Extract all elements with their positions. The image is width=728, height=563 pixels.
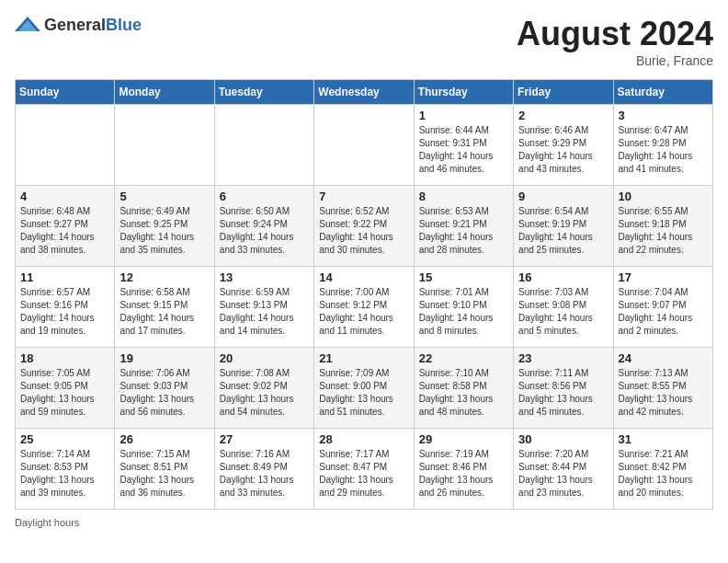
day-info: Sunrise: 6:44 AMSunset: 9:31 PMDaylight:… [419, 124, 508, 176]
calendar-cell: 31Sunrise: 7:21 AMSunset: 8:42 PMDayligh… [613, 429, 712, 510]
day-info: Sunrise: 7:01 AMSunset: 9:10 PMDaylight:… [419, 286, 508, 338]
calendar-cell: 1Sunrise: 6:44 AMSunset: 9:31 PMDaylight… [414, 105, 513, 186]
day-number: 26 [119, 432, 209, 446]
day-number: 13 [220, 270, 309, 284]
day-number: 6 [220, 190, 309, 203]
calendar-cell: 19Sunrise: 7:06 AMSunset: 9:03 PMDayligh… [115, 348, 214, 429]
day-info: Sunrise: 6:57 AMSunset: 9:16 PMDaylight:… [20, 286, 109, 338]
day-number: 22 [419, 351, 508, 365]
calendar-cell: 12Sunrise: 6:58 AMSunset: 9:15 PMDayligh… [115, 267, 214, 348]
calendar-cell [314, 105, 414, 186]
calendar-cell: 29Sunrise: 7:19 AMSunset: 8:46 PMDayligh… [414, 429, 513, 510]
day-info: Sunrise: 7:14 AMSunset: 8:53 PMDaylight:… [20, 448, 109, 500]
day-info: Sunrise: 6:49 AMSunset: 9:25 PMDaylight:… [119, 205, 209, 257]
day-number: 10 [619, 190, 708, 203]
logo-blue: Blue [106, 16, 142, 34]
calendar-cell: 21Sunrise: 7:09 AMSunset: 9:00 PMDayligh… [314, 348, 414, 429]
day-number: 11 [20, 270, 109, 284]
day-info: Sunrise: 7:21 AMSunset: 8:42 PMDaylight:… [619, 448, 708, 500]
day-number: 12 [119, 270, 209, 284]
page-header: GeneralBlue August 2024 Burie, France [15, 15, 713, 68]
location-label: Burie, France [517, 53, 713, 68]
day-info: Sunrise: 6:50 AMSunset: 9:24 PMDaylight:… [220, 205, 309, 257]
day-info: Sunrise: 7:13 AMSunset: 8:55 PMDaylight:… [619, 367, 708, 419]
day-number: 20 [220, 351, 309, 365]
calendar-cell: 20Sunrise: 7:08 AMSunset: 9:02 PMDayligh… [214, 348, 313, 429]
day-number: 29 [419, 432, 508, 446]
day-number: 1 [419, 109, 508, 122]
day-number: 24 [619, 351, 708, 365]
day-number: 21 [319, 351, 408, 365]
day-info: Sunrise: 7:17 AMSunset: 8:47 PMDaylight:… [319, 448, 408, 500]
day-info: Sunrise: 7:04 AMSunset: 9:07 PMDaylight:… [619, 286, 708, 338]
calendar-cell: 28Sunrise: 7:17 AMSunset: 8:47 PMDayligh… [314, 429, 414, 510]
calendar-cell: 2Sunrise: 6:46 AMSunset: 9:29 PMDaylight… [514, 105, 613, 186]
day-info: Sunrise: 7:15 AMSunset: 8:51 PMDaylight:… [119, 448, 209, 500]
day-number: 3 [619, 109, 708, 122]
day-info: Sunrise: 6:47 AMSunset: 9:28 PMDaylight:… [619, 124, 708, 176]
calendar-table: SundayMondayTuesdayWednesdayThursdayFrid… [15, 79, 713, 510]
day-of-week-header: Monday [115, 80, 214, 105]
calendar-cell: 5Sunrise: 6:49 AMSunset: 9:25 PMDaylight… [115, 186, 214, 267]
day-info: Sunrise: 6:55 AMSunset: 9:18 PMDaylight:… [619, 205, 708, 257]
day-number: 19 [119, 351, 209, 365]
day-number: 16 [518, 270, 608, 284]
calendar-cell: 18Sunrise: 7:05 AMSunset: 9:05 PMDayligh… [16, 348, 115, 429]
footer: Daylight hours [15, 517, 713, 528]
day-info: Sunrise: 7:06 AMSunset: 9:03 PMDaylight:… [119, 367, 209, 419]
calendar-cell: 9Sunrise: 6:54 AMSunset: 9:19 PMDaylight… [514, 186, 613, 267]
calendar-cell: 17Sunrise: 7:04 AMSunset: 9:07 PMDayligh… [613, 267, 712, 348]
calendar-cell: 24Sunrise: 7:13 AMSunset: 8:55 PMDayligh… [613, 348, 712, 429]
day-of-week-header: Tuesday [214, 80, 313, 105]
day-info: Sunrise: 6:52 AMSunset: 9:22 PMDaylight:… [319, 205, 408, 257]
calendar-cell: 4Sunrise: 6:48 AMSunset: 9:27 PMDaylight… [16, 186, 115, 267]
day-number: 7 [319, 190, 408, 203]
title-block: August 2024 Burie, France [517, 15, 713, 68]
day-info: Sunrise: 7:20 AMSunset: 8:44 PMDaylight:… [518, 448, 608, 500]
day-number: 30 [518, 432, 608, 446]
day-number: 8 [419, 190, 508, 203]
day-number: 28 [319, 432, 408, 446]
calendar-cell: 7Sunrise: 6:52 AMSunset: 9:22 PMDaylight… [314, 186, 414, 267]
day-number: 27 [220, 432, 309, 446]
day-number: 17 [619, 270, 708, 284]
calendar-cell: 22Sunrise: 7:10 AMSunset: 8:58 PMDayligh… [414, 348, 513, 429]
day-info: Sunrise: 7:09 AMSunset: 9:00 PMDaylight:… [319, 367, 408, 419]
day-info: Sunrise: 6:53 AMSunset: 9:21 PMDaylight:… [419, 205, 508, 257]
day-info: Sunrise: 7:08 AMSunset: 9:02 PMDaylight:… [220, 367, 309, 419]
day-number: 25 [20, 432, 109, 446]
day-info: Sunrise: 6:46 AMSunset: 9:29 PMDaylight:… [518, 124, 608, 176]
day-number: 2 [518, 109, 608, 122]
day-number: 5 [119, 190, 209, 203]
day-number: 4 [20, 190, 109, 203]
calendar-cell: 25Sunrise: 7:14 AMSunset: 8:53 PMDayligh… [16, 429, 115, 510]
day-info: Sunrise: 7:03 AMSunset: 9:08 PMDaylight:… [518, 286, 608, 338]
logo-icon [15, 15, 40, 35]
calendar-cell: 8Sunrise: 6:53 AMSunset: 9:21 PMDaylight… [414, 186, 513, 267]
calendar-cell [214, 105, 313, 186]
day-of-week-header: Saturday [613, 80, 712, 105]
day-of-week-header: Friday [514, 80, 613, 105]
day-info: Sunrise: 7:16 AMSunset: 8:49 PMDaylight:… [220, 448, 309, 500]
calendar-cell: 3Sunrise: 6:47 AMSunset: 9:28 PMDaylight… [613, 105, 712, 186]
calendar-cell: 27Sunrise: 7:16 AMSunset: 8:49 PMDayligh… [214, 429, 313, 510]
day-info: Sunrise: 6:48 AMSunset: 9:27 PMDaylight:… [20, 205, 109, 257]
day-of-week-header: Sunday [16, 80, 115, 105]
day-number: 9 [518, 190, 608, 203]
day-number: 23 [518, 351, 608, 365]
logo: GeneralBlue [15, 15, 142, 35]
daylight-label: Daylight hours [15, 517, 79, 528]
day-info: Sunrise: 6:58 AMSunset: 9:15 PMDaylight:… [119, 286, 209, 338]
day-info: Sunrise: 6:59 AMSunset: 9:13 PMDaylight:… [220, 286, 309, 338]
month-year-title: August 2024 [517, 15, 713, 53]
day-info: Sunrise: 7:11 AMSunset: 8:56 PMDaylight:… [518, 367, 608, 419]
calendar-cell: 14Sunrise: 7:00 AMSunset: 9:12 PMDayligh… [314, 267, 414, 348]
calendar-cell [16, 105, 115, 186]
day-of-week-header: Thursday [414, 80, 513, 105]
calendar-cell: 23Sunrise: 7:11 AMSunset: 8:56 PMDayligh… [514, 348, 613, 429]
calendar-cell: 11Sunrise: 6:57 AMSunset: 9:16 PMDayligh… [16, 267, 115, 348]
day-number: 14 [319, 270, 408, 284]
day-info: Sunrise: 7:10 AMSunset: 8:58 PMDaylight:… [419, 367, 508, 419]
calendar-cell: 15Sunrise: 7:01 AMSunset: 9:10 PMDayligh… [414, 267, 513, 348]
calendar-cell: 13Sunrise: 6:59 AMSunset: 9:13 PMDayligh… [214, 267, 313, 348]
